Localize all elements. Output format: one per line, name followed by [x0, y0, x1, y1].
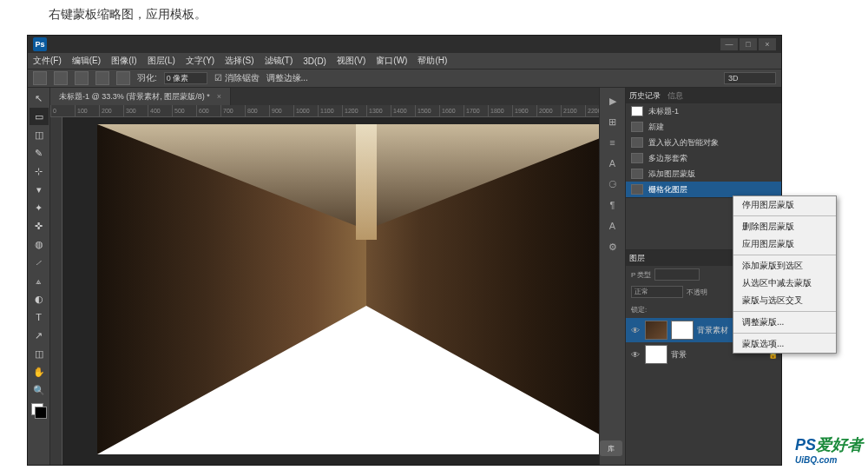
history-icon: [631, 106, 643, 116]
tool-9[interactable]: ⟋: [30, 254, 49, 271]
history-item[interactable]: 添加图层蒙版: [626, 166, 781, 182]
menu-dd[interactable]: 3D(D): [303, 56, 326, 66]
context-menu-item[interactable]: 添加蒙版到选区: [733, 257, 836, 275]
context-menu-item[interactable]: 应用图层蒙版: [733, 235, 836, 253]
color-swatch[interactable]: [31, 403, 47, 419]
tool-5[interactable]: ▾: [30, 181, 49, 198]
menu-v[interactable]: 视图(V): [337, 55, 365, 67]
menu-y[interactable]: 文字(Y): [186, 55, 214, 67]
feather-input[interactable]: [164, 72, 207, 84]
history-list: 未标题-1新建置入嵌入的智能对象多边形套索添加图层蒙版栅格化图层: [626, 103, 781, 197]
document-tab[interactable]: 未标题-1 @ 33.3% (背景素材, 图层蒙版/8) * ×: [50, 88, 231, 105]
menu-h[interactable]: 帮助(H): [418, 55, 447, 67]
minimize-button[interactable]: —: [720, 38, 738, 50]
mask-thumbnail[interactable]: [671, 321, 694, 340]
blend-mode-dropdown[interactable]: 正常: [631, 286, 683, 298]
tool-15[interactable]: ✋: [30, 363, 49, 381]
tool-1[interactable]: ▭: [30, 108, 49, 125]
history-item[interactable]: 未标题-1: [626, 103, 781, 119]
tool-11[interactable]: ◐: [30, 290, 49, 308]
menu-w[interactable]: 窗口(W): [376, 55, 407, 67]
tool-7[interactable]: ✜: [30, 217, 49, 235]
menu-s[interactable]: 选择(S): [225, 55, 253, 67]
tab-layers[interactable]: 图层: [629, 253, 645, 264]
tool-16[interactable]: 🔍: [30, 381, 49, 399]
ruler-tick: 1100: [318, 105, 342, 116]
context-menu-item[interactable]: 蒙版选项...: [733, 335, 836, 353]
context-menu-item[interactable]: 调整蒙版...: [733, 314, 836, 331]
tab-info[interactable]: 信息: [667, 90, 683, 102]
layer-thumbnail[interactable]: [645, 321, 667, 340]
history-icon: [631, 169, 643, 179]
ruler-tick: 1000: [293, 105, 318, 116]
selection-sub-icon[interactable]: [95, 71, 109, 85]
libraries-button[interactable]: 库: [600, 440, 622, 456]
tool-2[interactable]: ◫: [30, 126, 49, 143]
panel-icon-5[interactable]: ¶: [603, 195, 622, 215]
canvas-viewport: [50, 117, 599, 465]
history-label: 新建: [648, 122, 664, 133]
maximize-button[interactable]: □: [740, 38, 757, 50]
filter-type-label: P 类型: [631, 270, 651, 280]
ruler-tick: 800: [245, 105, 269, 116]
panel-icon-2[interactable]: ≡: [603, 133, 622, 152]
history-item[interactable]: 多边形套索: [626, 150, 781, 166]
tool-14[interactable]: ◫: [30, 345, 49, 362]
menu-f[interactable]: 文件(F): [33, 55, 62, 67]
history-panel-tabs: 历史记录 信息: [626, 88, 781, 103]
tool-13[interactable]: ↗: [30, 327, 49, 344]
history-label: 栅格化图层: [648, 184, 687, 195]
history-item[interactable]: 新建: [626, 119, 781, 135]
filter-type-dropdown[interactable]: [654, 268, 700, 281]
visibility-icon[interactable]: 👁: [629, 348, 641, 361]
context-menu-item[interactable]: 从选区中减去蒙版: [733, 275, 836, 292]
selection-add-icon[interactable]: [75, 71, 89, 85]
ruler-tick: 1500: [415, 105, 439, 116]
history-label: 多边形套索: [648, 153, 687, 164]
panel-icon-0[interactable]: ▶: [603, 91, 622, 110]
tool-8[interactable]: ◍: [30, 235, 49, 253]
history-icon: [631, 184, 643, 195]
close-tab-icon[interactable]: ×: [217, 92, 221, 101]
antialias-checkbox[interactable]: ☑ 消除锯齿: [214, 72, 260, 84]
context-menu-item[interactable]: 蒙版与选区交叉: [733, 292, 836, 309]
context-menu-item[interactable]: 删除图层蒙版: [733, 218, 836, 235]
tool-12[interactable]: T: [30, 308, 49, 326]
workspace-switcher[interactable]: 3D: [724, 72, 776, 84]
menu-e[interactable]: 编辑(E): [72, 55, 101, 67]
tool-4[interactable]: ⊹: [30, 162, 49, 180]
ruler-tick: 2000: [536, 105, 561, 116]
layer-thumbnail[interactable]: [645, 345, 667, 364]
history-label: 置入嵌入的智能对象: [648, 137, 719, 149]
visibility-icon[interactable]: 👁: [629, 324, 641, 336]
tool-0[interactable]: ↖: [30, 89, 49, 107]
tool-10[interactable]: ⟁: [30, 272, 49, 289]
opacity-label: 不透明: [687, 288, 707, 297]
menu-l[interactable]: 图层(L): [148, 55, 175, 67]
panel-icon-7[interactable]: ⚙: [603, 237, 622, 256]
panel-icon-1[interactable]: ⊞: [603, 112, 622, 131]
panel-icon-4[interactable]: ⚆: [603, 175, 622, 194]
ruler-tick: 1600: [439, 105, 464, 116]
tab-history[interactable]: 历史记录: [629, 90, 661, 102]
document-tabbar: 未标题-1 @ 33.3% (背景素材, 图层蒙版/8) * ×: [50, 88, 599, 105]
history-item[interactable]: 置入嵌入的智能对象: [626, 135, 781, 150]
close-button[interactable]: ×: [759, 38, 776, 50]
document[interactable]: [97, 124, 599, 454]
context-menu-item[interactable]: 停用图层蒙版: [733, 196, 836, 214]
menu-t[interactable]: 滤镜(T): [265, 55, 293, 67]
tool-preset-icon[interactable]: [33, 71, 47, 85]
document-tab-label: 未标题-1 @ 33.3% (背景素材, 图层蒙版/8) *: [59, 91, 210, 103]
panel-icon-6[interactable]: A: [603, 216, 622, 235]
panel-icon-3[interactable]: A: [603, 154, 622, 173]
canvas[interactable]: [62, 117, 599, 465]
ruler-tick: 1700: [464, 105, 488, 116]
image-content: [97, 124, 599, 454]
menu-i[interactable]: 图像(I): [111, 55, 136, 67]
tool-6[interactable]: ✦: [30, 199, 49, 216]
selection-int-icon[interactable]: [116, 71, 130, 85]
selection-mode-icon[interactable]: [54, 71, 68, 85]
tool-3[interactable]: ✎: [30, 144, 49, 162]
options-bar: 羽化: ☑ 消除锯齿 调整边缘... 3D: [28, 69, 781, 88]
refine-edge-button[interactable]: 调整边缘...: [266, 72, 308, 84]
